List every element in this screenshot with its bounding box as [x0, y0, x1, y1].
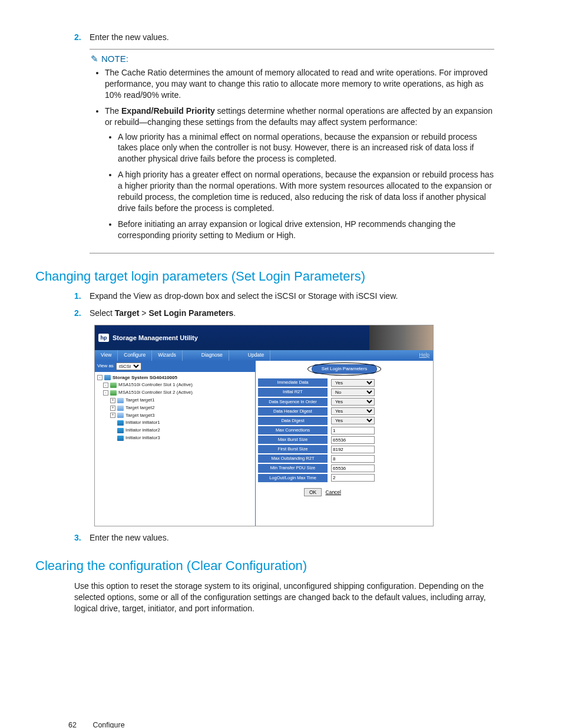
step-number: 2.	[74, 308, 87, 319]
menu-diagnose[interactable]: Diagnose	[196, 350, 229, 360]
note-sub-low-priority: A low priority has a minimal effect on n…	[118, 131, 494, 165]
form-input[interactable]	[331, 455, 375, 463]
form-row: Max Outstanding R2T	[258, 454, 431, 463]
tree-initiator-1[interactable]: Initiator initiator1	[97, 419, 253, 427]
tree-target-3[interactable]: +Target target3	[97, 412, 253, 420]
form-select[interactable]: Yes	[331, 417, 375, 424]
controller-icon	[110, 390, 117, 396]
form-row: Max Connections	[258, 426, 431, 434]
expander-icon[interactable]: +	[110, 398, 115, 403]
expander-icon[interactable]: -	[103, 390, 108, 396]
login-step-1: 1. Expand the View as drop-down box and …	[74, 291, 494, 302]
step-enter-values-1: 2. Enter the new values.	[74, 32, 494, 43]
target-icon	[117, 406, 124, 411]
form-input[interactable]	[331, 436, 375, 444]
form-input[interactable]	[331, 474, 375, 482]
view-as-bar: View as iSCSI	[95, 361, 255, 372]
form-label: Data Sequence In Order	[258, 398, 328, 406]
menu-help[interactable]: Help	[416, 350, 433, 360]
form-label: Max Burst Size	[258, 436, 328, 444]
footer-section: Configure	[92, 721, 124, 728]
menu-update[interactable]: Update	[242, 350, 270, 360]
form-label: LogOut/Login Max Time	[258, 474, 328, 482]
form-row: Max Burst Size	[258, 436, 431, 444]
tree-target-2[interactable]: +Target target2	[97, 404, 253, 412]
note-sublist: A low priority has a minimal effect on n…	[118, 131, 494, 241]
heading-clear-config: Clearing the configuration (Clear Config…	[35, 557, 494, 575]
note-list: The Cache Ratio determines the amount of…	[105, 67, 494, 241]
form-label: Initial R2T	[258, 388, 328, 396]
smu-brand: hp Storage Management Utility	[95, 325, 369, 350]
form-buttons: OK Cancel	[258, 488, 431, 496]
step-number: 3.	[74, 532, 87, 543]
form-label: First Burst Size	[258, 445, 328, 453]
initiator-icon	[117, 420, 124, 426]
tree-initiator-3[interactable]: Initiator initiator3	[97, 434, 253, 442]
hp-logo-icon: hp	[98, 334, 109, 342]
step-number: 2.	[74, 32, 87, 43]
smu-screenshot: hp Storage Management Utility View Confi…	[94, 325, 434, 526]
expander-icon[interactable]: +	[110, 406, 115, 411]
note-sub-high-priority: A high priority has a greater effect on …	[118, 169, 494, 214]
page-footer: 62 Configure	[68, 720, 494, 728]
form-row: Data DigestYes	[258, 417, 431, 425]
step-text: Expand the View as drop-down box and sel…	[90, 291, 398, 301]
form-select[interactable]: Yes	[331, 407, 375, 415]
smu-brand-text: Storage Management Utility	[113, 334, 198, 342]
controller-icon	[110, 383, 117, 388]
menu-wizards[interactable]: Wizards	[152, 350, 183, 360]
form-select[interactable]: Yes	[331, 398, 375, 406]
ok-button[interactable]: OK	[304, 488, 322, 496]
step-number: 1.	[74, 291, 87, 302]
tree-initiator-2[interactable]: Initiator initiator2	[97, 427, 253, 434]
form-label: Data Header Digest	[258, 407, 328, 416]
tree-controller-1[interactable]: -MSA1510i Controller Slot 1 (Active)	[97, 381, 253, 389]
heading-login-params: Changing target login parameters (Set Lo…	[35, 268, 494, 285]
view-as-select[interactable]: iSCSI	[116, 363, 141, 370]
expander-icon[interactable]: +	[110, 413, 115, 418]
note-label-text: NOTE:	[101, 54, 128, 64]
smu-menu-bar: View Configure Wizards Diagnose Update H…	[95, 350, 433, 360]
expander-icon[interactable]: -	[97, 375, 103, 380]
note-block: ✎NOTE: The Cache Ratio determines the am…	[90, 49, 494, 253]
form-row: Data Header DigestYes	[258, 407, 431, 416]
form-input[interactable]	[331, 465, 375, 472]
view-as-label: View as	[97, 363, 114, 370]
smu-form-panel: Set Login Parameters Immediate DataYesIn…	[256, 361, 433, 526]
form-row: LogOut/Login Max Time	[258, 474, 431, 482]
form-select[interactable]: Yes	[331, 379, 375, 387]
form-label: Max Connections	[258, 426, 328, 434]
smu-tree-panel: View as iSCSI -Storage System SG40410005…	[95, 361, 256, 526]
form-row: First Burst Size	[258, 445, 431, 453]
menu-view[interactable]: View	[95, 350, 118, 360]
target-icon	[117, 398, 124, 403]
step-text: Enter the new values.	[90, 533, 169, 542]
form-input[interactable]	[331, 446, 375, 453]
login-step-3: 3. Enter the new values.	[74, 532, 494, 543]
form-label: Data Digest	[258, 417, 328, 425]
note-item-expand-rebuild: The Expand/Rebuild Priority settings det…	[105, 106, 494, 241]
menu-configure[interactable]: Configure	[118, 350, 152, 360]
smu-banner-photo	[369, 325, 433, 350]
tree-controller-2[interactable]: -MSA1510i Controller Slot 2 (Active)	[97, 389, 253, 397]
form-label: Min Transfer PDU Size	[258, 464, 328, 472]
form-row: Data Sequence In OrderYes	[258, 398, 431, 406]
initiator-icon	[117, 428, 124, 433]
form-row: Min Transfer PDU Size	[258, 464, 431, 472]
form-select[interactable]: No	[331, 388, 375, 396]
target-icon	[117, 413, 124, 418]
expander-icon[interactable]: -	[103, 383, 108, 388]
form-input[interactable]	[331, 427, 375, 434]
initiator-icon	[117, 436, 124, 441]
form-row: Initial R2TNo	[258, 388, 431, 396]
tree-storage-system[interactable]: -Storage System SG40410005	[97, 374, 253, 382]
tree-body: -Storage System SG40410005 -MSA1510i Con…	[95, 372, 255, 444]
cancel-link[interactable]: Cancel	[326, 489, 341, 495]
page-number: 62	[68, 721, 77, 728]
smu-titlebar: hp Storage Management Utility	[95, 325, 433, 350]
note-label: ✎NOTE:	[90, 53, 494, 65]
note-item-cache-ratio: The Cache Ratio determines the amount of…	[105, 67, 494, 101]
form-label: Max Outstanding R2T	[258, 454, 328, 463]
login-step-2: 2. Select Target > Set Login Parameters.	[74, 308, 494, 319]
tree-target-1[interactable]: +Target target1	[97, 397, 253, 404]
